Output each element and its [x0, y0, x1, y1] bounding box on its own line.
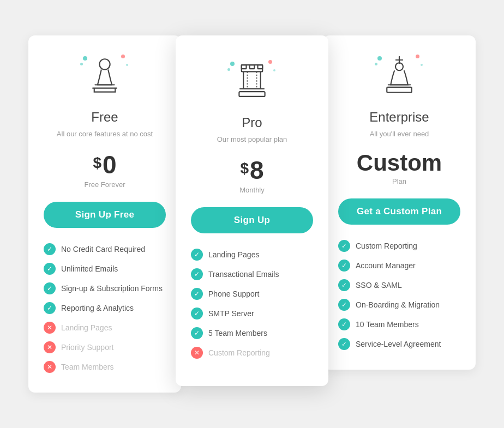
- plan-card-enterprise: EnterpriseAll you'll ever needCustomPlan…: [323, 35, 476, 370]
- price-label: Free Forever: [44, 180, 166, 189]
- svg-point-0: [99, 59, 110, 69]
- features-list: ✓Landing Pages✓Transactional Emails✓Phon…: [191, 249, 313, 359]
- plan-icon-pro: [191, 57, 313, 106]
- feature-item: ✓Phone Support: [191, 288, 313, 300]
- check-icon: ✓: [338, 338, 350, 350]
- price-label: Monthly: [191, 186, 313, 194]
- feature-text: Reporting & Analytics: [61, 304, 134, 312]
- price-dollar: $: [240, 160, 249, 177]
- check-icon: ✓: [44, 243, 56, 255]
- plan-name: Free: [44, 110, 166, 125]
- plan-description: All you'll ever need: [338, 129, 460, 139]
- feature-item: ✓On-Boarding & Migration: [338, 299, 460, 311]
- check-icon: ✓: [191, 249, 203, 261]
- feature-text: Team Members: [61, 363, 113, 371]
- check-icon: ✓: [44, 282, 56, 294]
- cta-button-pro[interactable]: Sign Up: [191, 207, 313, 233]
- price-number: 8: [250, 155, 264, 185]
- feature-item: ✕Landing Pages: [44, 322, 166, 334]
- price-amount: $ 8: [191, 155, 313, 185]
- check-icon: ✓: [44, 263, 56, 275]
- feature-item: ✓Custom Reporting: [338, 240, 460, 252]
- feature-item: ✓Service-Level Agreement: [338, 338, 460, 350]
- price-number: 0: [103, 150, 117, 179]
- feature-text: No Credit Card Required: [61, 245, 145, 254]
- plan-card-pro: ProOur most popular plan$ 8MonthlySign U…: [176, 35, 328, 386]
- cta-button-enterprise[interactable]: Get a Custom Plan: [338, 198, 460, 225]
- cta-button-free[interactable]: Sign Up Free: [44, 202, 166, 228]
- price-block: CustomPlan: [338, 150, 460, 185]
- feature-text: 5 Team Members: [208, 329, 267, 337]
- feature-text: Phone Support: [208, 290, 259, 298]
- check-icon: ✓: [338, 260, 350, 272]
- feature-item: ✕Team Members: [44, 361, 166, 373]
- price-dollar: $: [93, 154, 101, 172]
- feature-text: Landing Pages: [61, 323, 112, 332]
- svg-rect-9: [387, 87, 412, 93]
- feature-text: Custom Reporting: [208, 348, 270, 357]
- plan-name: Pro: [191, 115, 313, 130]
- feature-item: ✓No Credit Card Required: [44, 243, 166, 255]
- feature-item: ✓Landing Pages: [191, 249, 313, 261]
- check-icon: ✓: [191, 308, 203, 320]
- x-icon: ✕: [44, 322, 56, 334]
- plan-description: Our most popular plan: [191, 135, 313, 144]
- plan-card-free: FreeAll our core features at no cost$ 0F…: [28, 35, 181, 393]
- feature-text: Priority Support: [61, 343, 113, 352]
- check-icon: ✓: [338, 279, 350, 291]
- x-icon: ✕: [44, 361, 56, 373]
- price-custom: Custom: [338, 150, 460, 176]
- feature-text: Landing Pages: [208, 250, 259, 259]
- feature-text: Service-Level Agreement: [356, 340, 441, 348]
- feature-item: ✓SMTP Server: [191, 308, 313, 320]
- x-icon: ✕: [44, 341, 56, 353]
- plan-name: Enterprise: [338, 110, 460, 125]
- check-icon: ✓: [191, 268, 203, 280]
- price-block: $ 0Free Forever: [44, 150, 166, 189]
- svg-rect-2: [242, 65, 247, 69]
- features-list: ✓Custom Reporting✓Account Manager✓SSO & …: [338, 240, 460, 350]
- feature-text: SMTP Server: [208, 309, 254, 318]
- price-label: Plan: [338, 177, 460, 185]
- feature-item: ✓5 Team Members: [191, 327, 313, 339]
- feature-text: Transactional Emails: [208, 270, 279, 279]
- check-icon: ✓: [338, 318, 350, 330]
- feature-item: ✓Transactional Emails: [191, 268, 313, 280]
- x-icon: ✕: [191, 347, 203, 359]
- svg-rect-3: [250, 65, 255, 69]
- feature-item: ✕Priority Support: [44, 341, 166, 353]
- feature-item: ✓SSO & SAML: [338, 279, 460, 291]
- check-icon: ✓: [338, 240, 350, 252]
- price-amount: $ 0: [44, 150, 166, 179]
- svg-rect-5: [239, 92, 265, 97]
- feature-item: ✓Account Manager: [338, 260, 460, 272]
- check-icon: ✓: [44, 302, 56, 314]
- feature-text: On-Boarding & Migration: [356, 300, 440, 309]
- feature-text: Custom Reporting: [356, 242, 417, 250]
- feature-item: ✓Reporting & Analytics: [44, 302, 166, 314]
- price-block: $ 8Monthly: [191, 155, 313, 194]
- feature-item: ✓Unlimited Emails: [44, 263, 166, 275]
- check-icon: ✓: [338, 299, 350, 311]
- feature-text: 10 Team Members: [356, 320, 419, 329]
- plan-icon-enterprise: [338, 52, 460, 101]
- feature-item: ✓Sign-up & Subscription Forms: [44, 282, 166, 294]
- feature-text: SSO & SAML: [356, 281, 402, 290]
- pricing-container: FreeAll our core features at no cost$ 0F…: [0, 25, 504, 403]
- feature-text: Unlimited Emails: [61, 264, 118, 273]
- check-icon: ✓: [191, 288, 203, 300]
- feature-text: Sign-up & Subscription Forms: [61, 284, 163, 293]
- svg-rect-4: [258, 65, 263, 69]
- features-list: ✓No Credit Card Required✓Unlimited Email…: [44, 243, 166, 373]
- plan-description: All our core features at no cost: [44, 129, 166, 139]
- feature-item: ✕Custom Reporting: [191, 347, 313, 359]
- plan-icon-free: [44, 52, 166, 101]
- svg-point-8: [395, 63, 403, 70]
- check-icon: ✓: [191, 327, 203, 339]
- feature-text: Account Manager: [356, 261, 416, 270]
- feature-item: ✓10 Team Members: [338, 318, 460, 330]
